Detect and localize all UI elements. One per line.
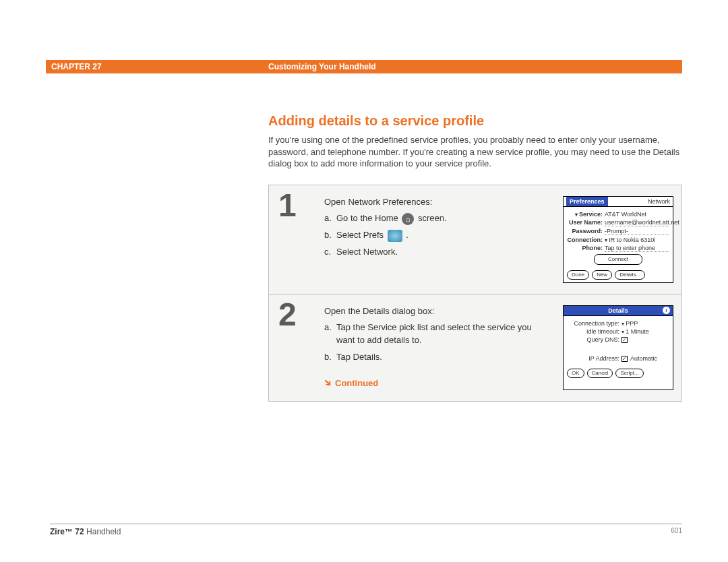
cancel-button[interactable]: Cancel [587, 369, 613, 378]
phone-value[interactable]: Tap to enter phone [605, 245, 669, 252]
continued-marker: ➔Continued [324, 376, 551, 390]
chapter-title: Customizing Your Handheld [268, 62, 376, 71]
steps-box: 1 Open Network Preferences: a. Go to the… [268, 185, 682, 402]
connect-button[interactable]: Connect [594, 254, 642, 265]
step-text: Open Network Preferences: a. Go to the H… [324, 196, 563, 283]
step-number: 1 [278, 189, 315, 222]
service-value[interactable]: AT&T WorldNet [605, 211, 669, 218]
new-button[interactable]: New [592, 270, 612, 280]
details-button[interactable]: Details... [615, 270, 645, 280]
chapter-header: CHAPTER 27 Customizing Your Handheld [46, 60, 682, 73]
username-label: User Name: [567, 219, 605, 226]
step-1: 1 Open Network Preferences: a. Go to the… [269, 185, 681, 294]
connection-label: Connection: [567, 237, 605, 243]
substep-b: b. Tap Details. [324, 351, 551, 364]
step-body: Open Network Preferences: a. Go to the H… [324, 185, 681, 294]
password-value[interactable]: -Prompt- [605, 228, 669, 235]
step-lead: Open the Details dialog box: [324, 305, 551, 318]
step-number: 2 [278, 299, 315, 331]
done-button[interactable]: Done [567, 270, 589, 280]
mock2-title: Details [608, 307, 628, 314]
conntype-label: Connection type: [567, 320, 619, 327]
product-name: Zire™ 72 Handheld [50, 527, 121, 536]
step-number-cell: 1 [269, 185, 324, 294]
querydns-label: Query DNS: [567, 336, 619, 343]
mock2-body: Connection type: PPP Idle timeout: 1 Min… [564, 316, 673, 366]
step-lead: Open Network Preferences: [324, 196, 551, 209]
ip-check[interactable]: ✓ Automatic [619, 355, 669, 362]
idle-value[interactable]: 1 Minute [619, 328, 669, 335]
step-text: Open the Details dialog box: a. Tap the … [324, 305, 563, 390]
chapter-label: CHAPTER 27 [46, 62, 268, 71]
mock2-titlebar: Details i [564, 306, 673, 316]
script-button[interactable]: Script... [615, 369, 643, 378]
mock2-button-row: OK Cancel Script... [564, 366, 673, 381]
conntype-value[interactable]: PPP [619, 320, 669, 327]
username-value[interactable]: username@worldnet.att.net [605, 219, 669, 226]
substeps: a. Go to the Home ⌂ screen. b. Select Pr… [324, 212, 551, 259]
substep-a: a. Go to the Home ⌂ screen. [324, 212, 551, 225]
querydns-check[interactable]: ✓ [619, 336, 669, 343]
ip-label: IP Address: [567, 355, 619, 362]
page-number: 601 [671, 527, 682, 536]
step-2: 2 Open the Details dialog box: a. Tap th… [269, 294, 681, 401]
step-number-cell: 2 [269, 294, 324, 401]
ok-button[interactable]: OK [567, 369, 584, 378]
substep-a: a. Tap the Service pick list and select … [324, 321, 551, 347]
service-label: Service: [567, 211, 605, 218]
mock1-body: Service: AT&T WorldNet User Name: userna… [564, 207, 673, 268]
substeps: a. Tap the Service pick list and select … [324, 321, 551, 364]
screenshot-details-dialog: Details i Connection type: PPP Idle time… [563, 305, 673, 390]
mock1-button-row: Done New Details... [564, 268, 673, 282]
page-footer: Zire™ 72 Handheld 601 [50, 524, 682, 536]
password-label: Password: [567, 228, 605, 235]
connection-value[interactable]: IR to Nokia 6310i [605, 237, 669, 243]
step-body: Open the Details dialog box: a. Tap the … [324, 294, 681, 401]
mock1-category: Network [648, 198, 670, 205]
screenshot-preferences-network: Preferences Network Service: AT&T WorldN… [563, 196, 673, 283]
mock1-title: Preferences [566, 197, 608, 206]
home-icon: ⌂ [402, 213, 414, 225]
content-area: Adding details to a service profile If y… [268, 113, 682, 402]
section-heading: Adding details to a service profile [268, 113, 682, 129]
substep-c: c. Select Network. [324, 246, 551, 259]
phone-label: Phone: [567, 245, 605, 251]
intro-paragraph: If you're using one of the predefined se… [268, 134, 682, 170]
prefs-icon [388, 230, 402, 242]
info-icon[interactable]: i [663, 307, 670, 314]
idle-label: Idle timeout: [567, 328, 619, 335]
mock1-titlebar: Preferences Network [564, 197, 673, 207]
substep-b: b. Select Prefs . [324, 229, 551, 242]
